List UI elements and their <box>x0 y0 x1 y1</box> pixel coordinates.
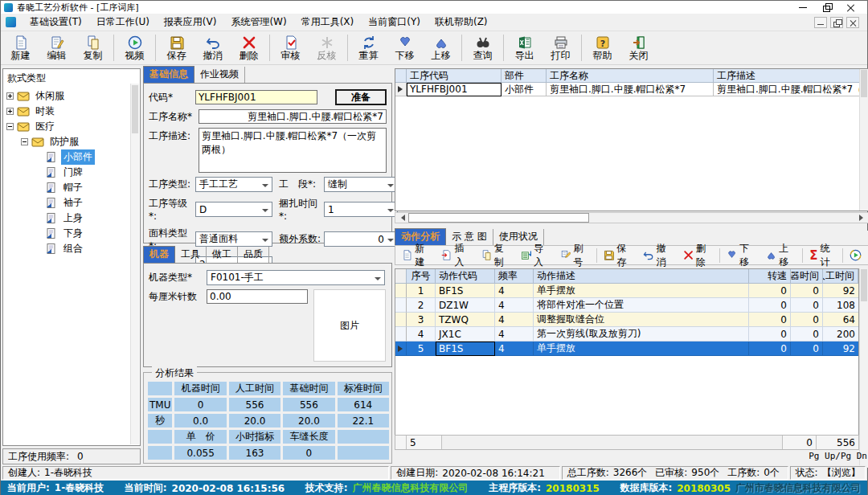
menu-daily-work[interactable]: 日常工作(U) <box>89 14 157 31</box>
cell-action-code[interactable]: JX1C <box>436 327 495 342</box>
action-renumber-button[interactable]: 刷号 <box>555 239 595 272</box>
delete-button[interactable]: 删除 <box>231 32 267 63</box>
action-undo-button[interactable]: 撤消 <box>638 239 678 272</box>
tab-machine[interactable]: 机器 <box>143 246 175 263</box>
cell-seq[interactable]: 1 <box>407 284 436 298</box>
child-minimize-icon[interactable] <box>814 17 827 28</box>
col-labor-time[interactable]: 人工时间 <box>823 269 858 284</box>
ready-button[interactable]: 准备 <box>335 89 387 105</box>
tree-node-upper-body[interactable]: 上身 <box>3 211 140 226</box>
process-grid-hscrollbar[interactable] <box>395 212 868 223</box>
cell-action-code[interactable]: BF1S <box>436 342 495 356</box>
action-row[interactable]: 3 TZWQ 4 调整握取缝合位 0 0 64 <box>395 313 858 327</box>
menu-tools[interactable]: 常用工具(X) <box>294 14 362 31</box>
action-stats-button[interactable]: Σ统计 <box>805 239 841 272</box>
cell-process-desc[interactable]: 剪里袖口.脚口.中腰.帽口松紧*7（一次剪两根） <box>714 83 868 96</box>
cell-frequency[interactable]: 4 <box>495 342 534 356</box>
expand-plus-icon[interactable] <box>6 108 14 115</box>
minimize-icon[interactable] <box>798 3 808 12</box>
tab-quality[interactable]: 品质 <box>238 247 269 263</box>
scrollbar-thumb[interactable] <box>861 269 867 301</box>
cell-frequency[interactable]: 4 <box>495 298 534 313</box>
col-frequency[interactable]: 频率 <box>495 269 534 284</box>
action-save-button[interactable]: 保存 <box>599 239 638 272</box>
stage-select[interactable]: 缝制 <box>324 177 398 192</box>
cell-action-desc[interactable]: 第一次剪线(取及放剪刀) <box>534 327 749 342</box>
tree-node-medical[interactable]: 医疗 <box>3 119 140 134</box>
tab-operation-video[interactable]: 作业视频 <box>194 67 245 83</box>
undo-button[interactable]: 撤消 <box>194 32 231 63</box>
scrollbar-thumb[interactable] <box>408 213 589 223</box>
cell-action-desc[interactable]: 调整握取缝合位 <box>534 313 749 327</box>
cell-seq[interactable]: 3 <box>407 313 436 327</box>
extra-factor-select[interactable]: 0 <box>324 231 398 247</box>
child-restore-icon[interactable] <box>830 17 843 28</box>
process-type-select[interactable]: 手工工艺 <box>195 177 272 192</box>
edit-button[interactable]: 编辑 <box>39 32 75 63</box>
col-action-desc[interactable]: 动作描述 <box>534 269 749 284</box>
cell-speed[interactable]: 0 <box>749 342 791 356</box>
fabric-type-select[interactable]: 普通面料 <box>195 231 272 247</box>
cell-action-code[interactable]: DZ1W <box>436 298 495 313</box>
process-desc-textarea[interactable]: 剪里袖口.脚口.中腰.帽口松紧*7（一次剪两根） <box>199 128 387 173</box>
cell-action-code[interactable]: TZWQ <box>436 313 495 327</box>
tree-node-protective-suit[interactable]: 防护服 <box>3 134 140 149</box>
col-action-code[interactable]: 动作代码 <box>436 269 495 284</box>
action-move-up-button[interactable]: 上移 <box>761 239 800 272</box>
tree-node-combination[interactable]: 组合 <box>3 241 140 256</box>
new-button[interactable]: 新建 <box>2 32 39 63</box>
cell-action-desc[interactable]: 将部件对准一个位置 <box>534 298 749 313</box>
tree-scrollbar[interactable] <box>130 84 139 444</box>
collapse-minus-icon[interactable] <box>6 123 14 130</box>
cell-machine-time[interactable]: 0 <box>791 298 823 313</box>
query-button[interactable]: 查询 <box>465 32 501 63</box>
cell-machine-time[interactable]: 0 <box>791 342 823 356</box>
recalculate-button[interactable]: 重算 <box>350 32 387 63</box>
tree-node-sleeve[interactable]: 袖子 <box>3 195 140 211</box>
cell-action-code[interactable]: BF1S <box>436 284 495 298</box>
save-button[interactable]: 保存 <box>158 32 194 63</box>
action-row[interactable]: 2 DZ1W 4 将部件对准一个位置 0 0 108 <box>395 298 858 313</box>
restore-icon[interactable] <box>822 3 832 12</box>
move-up-button[interactable]: 上移 <box>423 32 459 63</box>
close-icon[interactable] <box>846 3 856 12</box>
cell-labor-time[interactable]: 64 <box>823 313 858 327</box>
menu-system[interactable]: 系统管理(W) <box>223 14 293 31</box>
scrollbar-thumb[interactable] <box>861 70 867 97</box>
cell-action-desc[interactable]: 单手摆放 <box>534 342 749 356</box>
cell-machine-time[interactable]: 0 <box>791 284 823 298</box>
menu-reports[interactable]: 报表应用(V) <box>157 14 224 31</box>
scrollbar-thumb[interactable] <box>132 85 138 133</box>
scroll-left-icon[interactable] <box>395 213 407 223</box>
action-play-button[interactable] <box>845 247 866 264</box>
col-machine-time[interactable]: 机器时间 <box>791 269 823 284</box>
action-import-button[interactable]: 导入 <box>516 239 555 272</box>
cell-seq[interactable]: 5 <box>407 342 436 356</box>
video-button[interactable]: 视频 <box>117 32 153 63</box>
col-process-code[interactable]: 工序代码 <box>407 69 502 83</box>
action-move-down-button[interactable]: 下移 <box>722 239 761 272</box>
col-part[interactable]: 部件 <box>502 69 547 83</box>
cell-process-code[interactable]: YLFHFBJ001 <box>407 83 502 96</box>
menu-help[interactable]: 联机帮助(Z) <box>428 14 495 31</box>
export-button[interactable]: 导出 <box>506 32 542 63</box>
col-seq[interactable]: 序号 <box>407 269 436 284</box>
close-module-button[interactable]: 关闭 <box>620 32 657 63</box>
expand-plus-icon[interactable] <box>6 92 14 100</box>
cell-speed[interactable]: 0 <box>749 313 791 327</box>
menu-basic-settings[interactable]: 基础设置(T) <box>23 14 89 31</box>
collapse-minus-icon[interactable] <box>21 138 28 145</box>
print-button[interactable]: 打印 <box>542 32 579 63</box>
child-close-icon[interactable] <box>846 17 859 28</box>
tree-node-hat[interactable]: 帽子 <box>3 180 140 195</box>
tab-tool[interactable]: 工具 <box>175 247 207 263</box>
tree-node-casualwear[interactable]: 休闲服 <box>3 88 140 104</box>
col-speed[interactable]: 转速 <box>749 269 791 284</box>
machine-type-select[interactable]: F0101-手工 <box>207 270 385 285</box>
process-grade-select[interactable]: D <box>195 202 272 217</box>
cell-process-name[interactable]: 剪里袖口.脚口.中腰.帽口松紧*7 <box>547 83 714 96</box>
cell-speed[interactable]: 0 <box>749 327 791 342</box>
stitch-density-input[interactable] <box>207 289 308 304</box>
action-copy-button[interactable]: 复制 <box>477 239 516 272</box>
action-row[interactable]: 4 JX1C 4 第一次剪线(取及放剪刀) 0 0 200 <box>395 327 858 342</box>
